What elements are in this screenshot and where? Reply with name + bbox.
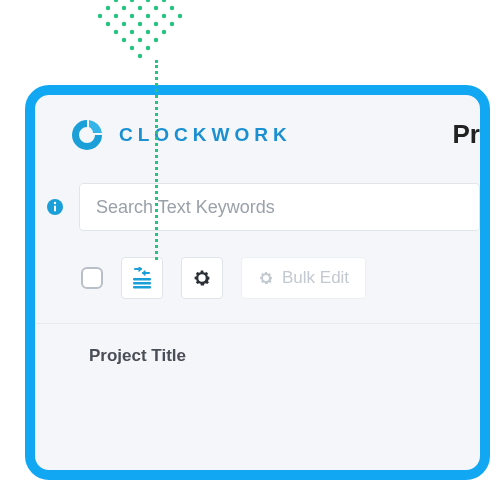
- svg-rect-40: [133, 282, 151, 284]
- svg-point-11: [122, 6, 126, 10]
- page-title: Pr: [453, 119, 480, 150]
- svg-point-18: [146, 14, 150, 18]
- svg-point-34: [146, 46, 150, 50]
- columns-icon: [130, 267, 154, 289]
- svg-point-31: [138, 38, 142, 42]
- app-window: CLOCKWORK Pr: [25, 85, 490, 480]
- svg-point-29: [162, 30, 166, 34]
- svg-rect-39: [133, 278, 151, 280]
- svg-point-16: [114, 14, 118, 18]
- svg-point-35: [138, 54, 142, 58]
- svg-point-30: [122, 38, 126, 42]
- svg-point-19: [162, 14, 166, 18]
- app-header: CLOCKWORK Pr: [35, 95, 480, 175]
- svg-point-24: [154, 22, 158, 26]
- search-input[interactable]: [79, 183, 480, 231]
- svg-point-23: [138, 22, 142, 26]
- search-row: [35, 175, 480, 239]
- svg-rect-41: [133, 286, 151, 288]
- svg-point-14: [170, 6, 174, 10]
- svg-point-8: [146, 0, 150, 2]
- column-header-project-title[interactable]: Project Title: [35, 324, 480, 366]
- svg-point-7: [130, 0, 134, 2]
- svg-point-25: [170, 22, 174, 26]
- settings-button[interactable]: [181, 257, 223, 299]
- bulk-edit-button[interactable]: Bulk Edit: [241, 257, 366, 299]
- decor-dotted-line: [155, 60, 158, 260]
- svg-point-6: [114, 0, 118, 2]
- svg-point-10: [106, 6, 110, 10]
- svg-point-20: [178, 14, 182, 18]
- svg-point-17: [130, 14, 134, 18]
- gear-icon: [258, 270, 274, 286]
- columns-button[interactable]: [121, 257, 163, 299]
- svg-point-13: [154, 6, 158, 10]
- select-all-checkbox[interactable]: [81, 267, 103, 289]
- svg-point-27: [130, 30, 134, 34]
- bulk-edit-label: Bulk Edit: [282, 268, 349, 288]
- svg-point-26: [114, 30, 118, 34]
- svg-point-33: [130, 46, 134, 50]
- logo-icon: [69, 117, 105, 153]
- svg-point-21: [106, 22, 110, 26]
- info-icon[interactable]: [43, 198, 67, 216]
- toolbar: Bulk Edit: [35, 239, 480, 317]
- svg-point-9: [162, 0, 166, 2]
- svg-point-15: [98, 14, 102, 18]
- svg-point-38: [54, 202, 56, 204]
- logo-text: CLOCKWORK: [119, 124, 292, 146]
- svg-point-12: [138, 6, 142, 10]
- svg-point-22: [122, 22, 126, 26]
- svg-point-28: [146, 30, 150, 34]
- svg-rect-37: [54, 206, 56, 212]
- gear-icon: [192, 268, 212, 288]
- svg-point-32: [154, 38, 158, 42]
